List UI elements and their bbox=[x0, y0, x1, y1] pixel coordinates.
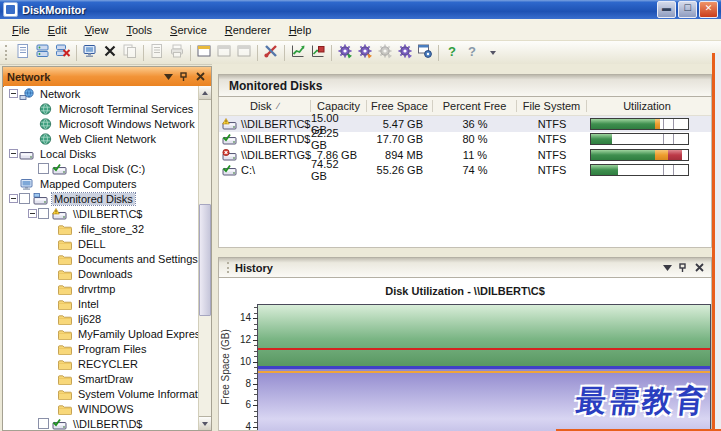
delete-disk-button[interactable] bbox=[53, 43, 73, 63]
percent-free-cell-value: 80 % bbox=[462, 133, 487, 145]
help-button[interactable]: ? bbox=[442, 43, 462, 63]
tools-options-button[interactable] bbox=[261, 43, 281, 63]
menu-item-renderer[interactable]: Renderer bbox=[216, 21, 280, 39]
tree-item-dilbert-c[interactable]: \\DILBERT\C$ bbox=[4, 206, 199, 221]
column-header-utilization[interactable]: Utilization bbox=[587, 100, 707, 112]
cascade-window-button[interactable] bbox=[214, 43, 234, 63]
y-axis-tick-label: 10 bbox=[233, 356, 251, 367]
utilization-orange-segment bbox=[655, 119, 660, 129]
tree-checkbox[interactable] bbox=[38, 208, 49, 219]
tree-item-microsoft-windows-network[interactable]: Microsoft Windows Network bbox=[4, 116, 199, 131]
menu-item-edit[interactable]: Edit bbox=[39, 21, 76, 39]
tree-item-downloads[interactable]: Downloads bbox=[4, 266, 199, 281]
disk-row-c[interactable]: C:\74.52 GB55.26 GB74 %NTFS bbox=[219, 163, 711, 179]
disk-row-dilbert-c[interactable]: \\DILBERT\C$15.00 GB5.47 GB36 %NTFS bbox=[219, 116, 711, 132]
tree-item-monitored-disks[interactable]: Monitored Disks bbox=[4, 191, 199, 206]
context-help-button[interactable]: ? bbox=[462, 43, 482, 63]
y-axis-minor-tick bbox=[254, 400, 257, 401]
column-header-file-system[interactable]: File System bbox=[517, 100, 587, 112]
tree-item-system-volume-information[interactable]: System Volume Information bbox=[4, 386, 199, 401]
tree-item-network[interactable]: Network bbox=[4, 86, 199, 101]
tree-item-dilbert-d[interactable]: \\DILBERT\D$ bbox=[4, 416, 199, 430]
menu-item-service[interactable]: Service bbox=[161, 21, 216, 39]
folder-icon bbox=[57, 373, 72, 385]
y-axis-tick-label: 8 bbox=[233, 378, 251, 389]
close-icon[interactable] bbox=[194, 70, 207, 83]
service-start-button[interactable] bbox=[395, 43, 415, 63]
history-menu-button[interactable] bbox=[661, 261, 674, 274]
y-axis-minor-tick bbox=[254, 329, 257, 330]
chart-marker-button[interactable] bbox=[308, 43, 328, 63]
scroll-up-arrow-icon[interactable] bbox=[199, 86, 211, 100]
properties-button[interactable] bbox=[147, 43, 167, 63]
capacity-cell-value: 22.25 GB bbox=[311, 127, 357, 151]
tree-item-microsoft-terminal-services[interactable]: Microsoft Terminal Services bbox=[4, 101, 199, 116]
expander-minus-icon[interactable] bbox=[8, 89, 19, 98]
free-space-cell-value: 55.26 GB bbox=[377, 164, 423, 176]
edit-monitor-button[interactable] bbox=[13, 43, 33, 63]
new-window-button[interactable] bbox=[194, 43, 214, 63]
tree-item-local-disk-c[interactable]: Local Disk (C:) bbox=[4, 161, 199, 176]
disk-row-dilbert-d[interactable]: \\DILBERT\D$22.25 GB17.70 GB80 %NTFS bbox=[219, 132, 711, 148]
folder-icon bbox=[57, 403, 72, 415]
scrollbar-thumb[interactable] bbox=[199, 204, 211, 316]
maximize-button[interactable]: ☐ bbox=[678, 1, 697, 18]
add-disk-button[interactable] bbox=[33, 43, 53, 63]
copy-item-button[interactable] bbox=[120, 43, 140, 63]
service-restart-button[interactable] bbox=[355, 43, 375, 63]
service-pause-button[interactable] bbox=[375, 43, 395, 63]
disk-row-dilbert-g[interactable]: \\DILBERT\G$7.86 GB894 MB11 %NTFS bbox=[219, 147, 711, 163]
close-button[interactable]: ✕ bbox=[699, 1, 718, 18]
bar-threshold-tick bbox=[663, 134, 664, 144]
tree-item-mapped-computers[interactable]: Mapped Computers bbox=[4, 176, 199, 191]
column-header-disk[interactable]: Disk∕ bbox=[219, 100, 311, 112]
tree-checkbox[interactable] bbox=[19, 193, 30, 204]
history-pin-icon[interactable] bbox=[677, 261, 690, 274]
tree-item-recycler[interactable]: RECYCLER bbox=[4, 356, 199, 371]
tree-item-file-store-32[interactable]: .file_store_32 bbox=[4, 221, 199, 236]
column-header-capacity[interactable]: Capacity bbox=[311, 100, 367, 112]
tree-item-smartdraw[interactable]: SmartDraw bbox=[4, 371, 199, 386]
tree-item-documents-and-settings[interactable]: Documents and Settings bbox=[4, 251, 199, 266]
menu-item-tools[interactable]: Tools bbox=[117, 21, 161, 39]
tree-checkbox[interactable] bbox=[38, 418, 49, 429]
y-axis-minor-tick bbox=[254, 335, 257, 336]
tree-item-windows[interactable]: WINDOWS bbox=[4, 401, 199, 416]
utilization-green-segment bbox=[591, 134, 612, 144]
expander-minus-icon[interactable] bbox=[8, 149, 19, 158]
y-axis-minor-tick bbox=[254, 373, 257, 374]
menu-item-view[interactable]: View bbox=[76, 21, 118, 39]
tree-item-intel[interactable]: Intel bbox=[4, 296, 199, 311]
minimize-button[interactable]: ▬ bbox=[657, 1, 676, 18]
tree-item-drvrtmp[interactable]: drvrtmp bbox=[4, 281, 199, 296]
toolbar-separator bbox=[76, 45, 77, 61]
tree-item-lj628[interactable]: lj628 bbox=[4, 311, 199, 326]
toolbar-grip[interactable] bbox=[5, 45, 10, 60]
print-button[interactable] bbox=[167, 43, 187, 63]
toolbar-overflow-button[interactable] bbox=[487, 46, 498, 60]
tree-checkbox[interactable] bbox=[38, 163, 49, 174]
service-run-button[interactable] bbox=[335, 43, 355, 63]
tree-item-dell[interactable]: DELL bbox=[4, 236, 199, 251]
column-header-free-space[interactable]: Free Space bbox=[367, 100, 433, 112]
menu-item-file[interactable]: File bbox=[3, 21, 39, 39]
history-grip[interactable] bbox=[227, 262, 232, 273]
panel-menu-button[interactable] bbox=[162, 70, 175, 83]
scroll-down-arrow-icon[interactable] bbox=[199, 416, 211, 430]
chart-trend-button[interactable] bbox=[288, 43, 308, 63]
pin-icon[interactable] bbox=[178, 70, 191, 83]
expander-minus-icon[interactable] bbox=[8, 194, 19, 203]
delete-item-button[interactable] bbox=[100, 43, 120, 63]
tree-item-local-disks[interactable]: Local Disks bbox=[4, 146, 199, 161]
expander-minus-icon[interactable] bbox=[27, 209, 38, 218]
column-header-percent-free[interactable]: Percent Free bbox=[433, 100, 517, 112]
tree-item-myfamily-upload-express[interactable]: MyFamily Upload Express bbox=[4, 326, 199, 341]
tree-item-program-files[interactable]: Program Files bbox=[4, 341, 199, 356]
history-close-icon[interactable] bbox=[693, 261, 706, 274]
add-computer-button[interactable] bbox=[80, 43, 100, 63]
tree-scrollbar[interactable] bbox=[198, 86, 211, 430]
tree-item-web-client-network[interactable]: Web Client Network bbox=[4, 131, 199, 146]
menu-item-help[interactable]: Help bbox=[280, 21, 321, 39]
service-config-button[interactable] bbox=[415, 43, 435, 63]
find-window-button[interactable] bbox=[234, 43, 254, 63]
